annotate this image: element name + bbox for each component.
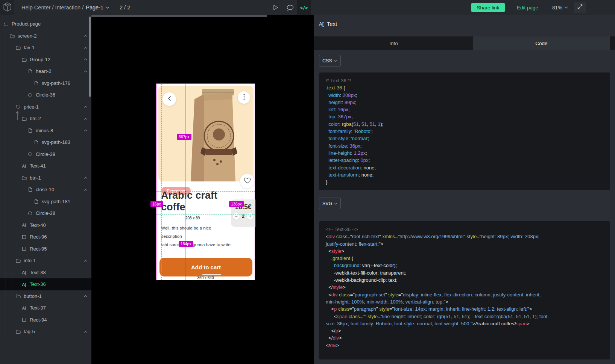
css-format-select[interactable]: CSS	[319, 55, 341, 66]
chevron-up-icon[interactable]	[84, 189, 87, 191]
layer-label: svg-path-176	[42, 80, 70, 86]
play-icon[interactable]	[270, 0, 281, 15]
markup-format-value: SVG	[322, 201, 332, 206]
comment-icon[interactable]	[284, 0, 296, 15]
code-line: font-size: 36px;	[326, 142, 603, 150]
sidebar-scrollbar[interactable]	[89, 17, 91, 97]
folder-icon	[21, 116, 27, 121]
chevron-up-icon[interactable]	[84, 260, 87, 262]
zoom-control[interactable]: 81%	[552, 0, 568, 15]
file-icon	[33, 140, 39, 145]
mask-icon	[15, 104, 21, 109]
layer-row-Product page[interactable]: Product page	[0, 18, 91, 30]
layer-tree: Product pagescreen-2fav-1Group-12heart-2…	[0, 15, 91, 338]
markup-format-select[interactable]: SVG	[319, 198, 341, 209]
layer-row-minus-8[interactable]: minus-8	[0, 125, 91, 137]
layer-row-Rect-94[interactable]: Rect-94	[0, 314, 91, 326]
layer-label: info-1	[24, 258, 36, 263]
layer-row-heart-2[interactable]: heart-2	[0, 65, 91, 77]
layer-row-Circle-38[interactable]: Circle-38	[0, 207, 91, 219]
layer-row-Text-37[interactable]: A[Text-37	[0, 302, 91, 314]
code-line: size: 36px; font-family: Roboto; font-st…	[326, 320, 603, 327]
code-line: background: var(--text-color);	[326, 262, 603, 269]
chevron-up-icon[interactable]	[84, 47, 87, 49]
product-title: Arabic craft coffe	[161, 190, 226, 213]
layer-label: Rect-95	[30, 246, 47, 252]
layer-row-Group-12[interactable]: Group-12	[0, 54, 91, 66]
layer-row-fav-1[interactable]: fav-1	[0, 42, 91, 54]
layer-row-tag-5[interactable]: tag-5	[0, 326, 91, 338]
layer-row-Text-36[interactable]: A[Text-36	[0, 278, 91, 290]
file-icon	[33, 81, 39, 86]
code-line: font-family: 'Roboto';	[326, 128, 603, 135]
design-canvas[interactable]: Expresso Arabic craft coffe 16.5€ − 2 + …	[91, 15, 314, 364]
layer-label: tag-5	[24, 329, 35, 334]
layer-label: screen-2	[18, 33, 37, 39]
measure-label-left: 16px	[150, 201, 163, 207]
tab-code[interactable]: Code	[473, 36, 610, 50]
back-button[interactable]	[162, 92, 176, 106]
layer-row-screen-2[interactable]: screen-2	[0, 30, 91, 42]
fullscreen-button[interactable]	[574, 2, 586, 13]
code-line: top: 367px;	[326, 113, 603, 120]
layer-row-Text-38[interactable]: A[Text-38	[0, 267, 91, 279]
code-line: }	[326, 178, 603, 186]
layer-row-price-1[interactable]: price-1	[0, 101, 91, 113]
design-frame[interactable]: Expresso Arabic craft coffe 16.5€ − 2 + …	[156, 83, 255, 280]
code-line: justify-content: flex-start;">	[326, 240, 603, 248]
text-icon: A[	[319, 21, 324, 27]
layer-row-Rect-95[interactable]: Rect-95	[0, 243, 91, 255]
breadcrumb[interactable]: Help Center / Interaction / Page-1	[21, 0, 109, 15]
file-icon	[27, 69, 33, 74]
chevron-up-icon[interactable]	[84, 118, 87, 120]
chevron-up-icon[interactable]	[84, 295, 87, 297]
layer-row-btn-2[interactable]: btn-2	[0, 113, 91, 125]
code-view-button[interactable]: </>	[297, 0, 311, 15]
folder-icon	[15, 258, 21, 263]
chevron-up-icon[interactable]	[84, 35, 87, 37]
code-line: color: rgba(51, 51, 51, 1);	[326, 121, 603, 128]
layer-row-svg-path-176[interactable]: svg-path-176	[0, 77, 91, 89]
kebab-menu-icon	[243, 94, 245, 101]
chevron-up-icon[interactable]	[84, 177, 87, 179]
chevron-down-icon[interactable]	[564, 6, 568, 9]
app-window: Help Center / Interaction / Page-1 2 / 2…	[0, 0, 615, 364]
more-options-button[interactable]	[238, 91, 250, 104]
layer-row-close-10[interactable]: close-10	[0, 184, 91, 196]
code-line: text-decoration: none;	[326, 164, 603, 171]
tab-info[interactable]: Info	[314, 36, 473, 50]
layer-row-Text-40[interactable]: A[Text-40	[0, 219, 91, 231]
layer-label: Text-40	[30, 222, 46, 228]
layer-label: Rect-94	[30, 317, 47, 323]
minus-button[interactable]: −	[233, 213, 240, 220]
plus-button[interactable]: +	[247, 213, 254, 220]
edit-page-link[interactable]: Edit page	[517, 0, 538, 15]
arrow-up-icon	[15, 111, 19, 122]
code-line: <style>	[326, 248, 603, 255]
chevron-up-icon[interactable]	[84, 58, 87, 60]
layer-row-Text-41[interactable]: A[Text-41	[0, 160, 91, 172]
measure-label-top: 367px	[177, 134, 191, 140]
app-logo[interactable]	[0, 0, 14, 15]
share-link-button[interactable]: Share link	[471, 3, 505, 12]
favorite-button[interactable]	[240, 174, 254, 188]
layer-row-info-1[interactable]: info-1	[0, 255, 91, 267]
layers-sidebar: Product pagescreen-2fav-1Group-12heart-2…	[0, 15, 91, 364]
code-line: width: 208px;	[326, 92, 603, 99]
layer-row-svg-path-183[interactable]: svg-path-183	[0, 136, 91, 148]
canvas-horizontal-scrollbar[interactable]	[91, 15, 267, 17]
chevron-up-icon[interactable]	[84, 106, 87, 108]
layer-row-button-1[interactable]: button-1	[0, 290, 91, 302]
layer-row-svg-path-181[interactable]: svg-path-181	[0, 196, 91, 208]
chevron-up-icon[interactable]	[84, 331, 87, 333]
chevron-up-icon[interactable]	[84, 129, 87, 131]
layer-row-btn-1[interactable]: btn-1	[0, 172, 91, 184]
chevron-up-icon[interactable]	[84, 70, 87, 72]
layer-row-Circle-36[interactable]: Circle-36	[0, 89, 91, 101]
layer-row-Rect-96[interactable]: Rect-96	[0, 231, 91, 243]
page-indicator: 2 / 2	[120, 0, 130, 15]
home-indicator	[202, 274, 221, 275]
layer-row-Circle-39[interactable]: Circle-39	[0, 148, 91, 160]
chevron-down-icon[interactable]	[106, 6, 109, 9]
tab-bar-filler	[610, 36, 615, 50]
